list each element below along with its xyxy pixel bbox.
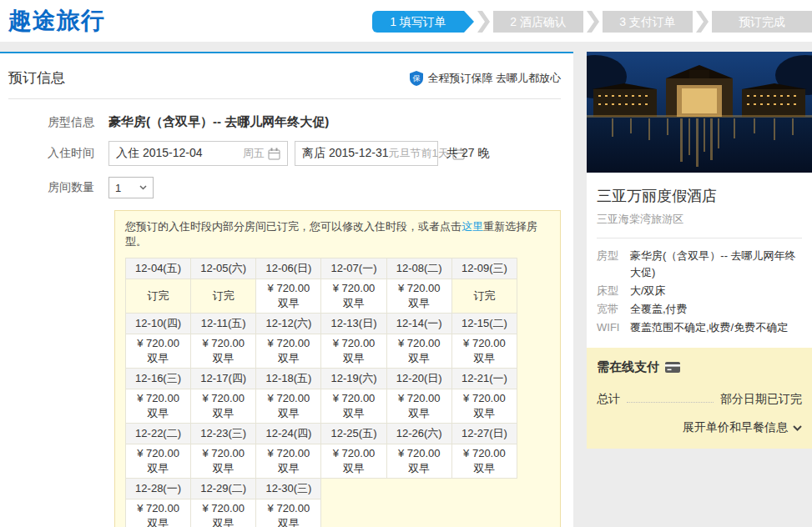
detail-label: 宽带: [597, 301, 630, 318]
date-cell: 12-19(六): [321, 369, 386, 389]
price-cell: ¥ 720.00双早: [191, 444, 256, 479]
calendar-icon[interactable]: [268, 148, 280, 160]
chevron-down-icon: [139, 185, 147, 190]
booking-panel: 预订信息 保 全程预订保障 去哪儿都放心 房型信息 豪华房(（含双早）-- 去哪…: [0, 52, 573, 527]
booking-form: 房型信息 豪华房(（含双早）-- 去哪儿网年终大促) 入住时间 入住 2015-…: [48, 114, 573, 198]
detail-value: 豪华房(（含双早）-- 去哪儿网年终大促): [630, 248, 802, 281]
date-cell: 12-05(六): [191, 258, 256, 279]
booking-panel-header: 预订信息 保 全程预订保障 去哪儿都放心: [0, 53, 573, 98]
detail-label: 房型: [597, 248, 630, 281]
room-count-value: 1: [115, 182, 121, 194]
price-cell: ¥ 720.00双早: [386, 444, 451, 479]
empty-cell: [321, 479, 386, 499]
date-cell: 12-28(一): [126, 479, 191, 499]
soldout-cell: 订完: [191, 279, 256, 314]
checkout-note: 元旦节前1天: [389, 146, 449, 161]
header: 趣途旅行 1 填写订单2 酒店确认3 支付订单预订完成: [0, 0, 812, 42]
price-cell: ¥ 720.00双早: [256, 279, 321, 314]
dotted-leader: [627, 394, 714, 403]
empty-cell: [386, 479, 451, 499]
notice-text: 您预订的入住时段内部分房间已订完，您可以修改入住时段，或者点击这里重新选择房型。: [125, 219, 550, 249]
detail-label: WIFI: [597, 319, 630, 336]
price-cell: ¥ 720.00双早: [126, 334, 191, 369]
checkout-input[interactable]: 离店 2015-12-31 元旦节前1天: [295, 141, 438, 166]
stay-time-label: 入住时间: [48, 146, 108, 161]
progress-step-1[interactable]: 1 填写订单: [372, 11, 464, 33]
date-cell: 12-14(一): [386, 314, 451, 334]
price-cell: ¥ 720.00双早: [321, 389, 386, 424]
hotel-photo: [587, 52, 812, 173]
total-label: 总计: [597, 392, 620, 407]
hotel-area: 三亚海棠湾旅游区: [597, 212, 802, 227]
availability-notice: 您预订的入住时段内部分房间已订完，您可以修改入住时段，或者点击这里重新选择房型。…: [114, 210, 561, 527]
room-type-value: 豪华房(（含双早）-- 去哪儿网年终大促): [108, 114, 329, 130]
chevron-right-icon: [696, 11, 709, 33]
room-count-select[interactable]: 1: [108, 177, 154, 198]
date-cell: 12-07(一): [321, 258, 386, 279]
progress-step-3[interactable]: 3 支付订单: [603, 11, 693, 33]
stay-time-row: 入住时间 入住 2015-12-04 周五 离店 2015-12-31 元旦节前…: [48, 141, 573, 166]
chevron-right-icon: [477, 11, 490, 33]
price-cell: ¥ 720.00双早: [321, 444, 386, 479]
shield-guarantee-icon: 保: [410, 71, 423, 86]
date-cell: 12-11(五): [191, 314, 256, 334]
detail-value: 覆盖范围不确定,收费/免费不确定: [630, 319, 788, 336]
room-type-label: 房型信息: [48, 115, 108, 130]
empty-cell: [451, 499, 517, 527]
room-count-row: 房间数量 1: [48, 177, 573, 198]
calendar-price-row: ¥ 720.00双早¥ 720.00双早¥ 720.00双早: [126, 499, 517, 527]
date-cell: 12-21(一): [451, 369, 517, 389]
date-cell: 12-15(二): [451, 314, 517, 334]
date-cell: 12-24(四): [256, 424, 321, 444]
date-cell: 12-18(五): [256, 369, 321, 389]
soldout-cell: 订完: [451, 279, 517, 314]
hotel-info-divider: [597, 238, 802, 238]
page-title: 预订信息: [8, 68, 65, 88]
hotel-info: 三亚万丽度假酒店 三亚海棠湾旅游区 房型豪华房(（含双早）-- 去哪儿网年终大促…: [587, 173, 812, 348]
price-cell: ¥ 720.00双早: [126, 499, 191, 527]
checkin-input[interactable]: 入住 2015-12-04 周五: [108, 141, 288, 166]
date-cell: 12-22(二): [126, 424, 191, 444]
date-cell: 12-20(日): [386, 369, 451, 389]
price-cell: ¥ 720.00双早: [386, 334, 451, 369]
credit-card-icon: [665, 362, 680, 373]
checkout-value: 离店 2015-12-31: [302, 146, 389, 161]
nights-count: 共 27 晚: [446, 146, 489, 161]
date-cell: 12-12(六): [256, 314, 321, 334]
hotel-details: 房型豪华房(（含双早）-- 去哪儿网年终大促)床型大/双床宽带全覆盖,付费WIF…: [597, 248, 802, 336]
checkin-value: 入住 2015-12-04: [116, 146, 203, 161]
expand-price-breakfast-link[interactable]: 展开单价和早餐信息: [597, 420, 802, 435]
date-cell: 12-30(三): [256, 479, 321, 499]
empty-cell: [386, 499, 451, 527]
price-cell: ¥ 720.00双早: [191, 499, 256, 527]
date-cell: 12-13(日): [321, 314, 386, 334]
price-cell: ¥ 720.00双早: [386, 389, 451, 424]
hotel-panel: 三亚万丽度假酒店 三亚海棠湾旅游区 房型豪华房(（含双早）-- 去哪儿网年终大促…: [587, 52, 812, 449]
reselect-room-link[interactable]: 这里: [461, 220, 483, 233]
price-cell: ¥ 720.00双早: [256, 499, 321, 527]
hotel-detail-row: 宽带全覆盖,付费: [597, 301, 802, 318]
payment-box: 需在线支付 总计 部分日期已订完 展开单价和早餐信息: [587, 348, 812, 449]
date-cell: 12-08(二): [386, 258, 451, 279]
price-cell: ¥ 720.00双早: [126, 389, 191, 424]
site-logo[interactable]: 趣途旅行: [8, 5, 105, 37]
price-cell: ¥ 720.00双早: [191, 334, 256, 369]
calendar-price-row: ¥ 720.00双早¥ 720.00双早¥ 720.00双早¥ 720.00双早…: [126, 444, 517, 479]
price-cell: ¥ 720.00双早: [256, 334, 321, 369]
calendar-price-row: 订完订完¥ 720.00双早¥ 720.00双早¥ 720.00双早订完: [126, 279, 517, 314]
guarantee-text: 全程预订保障 去哪儿都放心: [427, 71, 561, 86]
progress-step-4[interactable]: 预订完成: [712, 11, 812, 33]
hotel-detail-row: 床型大/双床: [597, 283, 802, 299]
payment-title-row: 需在线支付: [597, 359, 802, 375]
progress-step-2[interactable]: 2 酒店确认: [493, 11, 583, 33]
chevron-right-icon: [587, 11, 599, 33]
room-type-row: 房型信息 豪华房(（含双早）-- 去哪儿网年终大促): [48, 114, 573, 130]
calendar-table: 12-04(五)12-05(六)12-06(日)12-07(一)12-08(二)…: [125, 258, 517, 527]
price-cell: ¥ 720.00双早: [451, 334, 517, 369]
calendar-date-row: 12-04(五)12-05(六)12-06(日)12-07(一)12-08(二)…: [126, 258, 517, 279]
calendar-date-row: 12-28(一)12-29(二)12-30(三): [126, 479, 517, 499]
price-cell: ¥ 720.00双早: [386, 279, 451, 314]
price-cell: ¥ 720.00双早: [191, 389, 256, 424]
date-cell: 12-16(三): [126, 369, 191, 389]
date-cell: 12-10(四): [126, 314, 191, 334]
